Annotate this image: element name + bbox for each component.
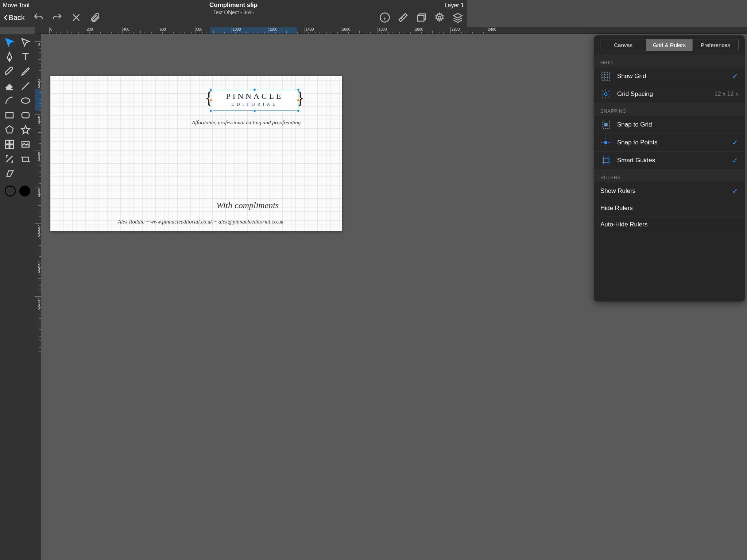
ruler-tick: 1200 — [268, 27, 277, 34]
move-tool[interactable] — [4, 37, 15, 48]
direct-select-tool[interactable] — [20, 37, 31, 48]
ruler-tick: 600 — [35, 151, 41, 160]
horizontal-ruler[interactable]: 0200400600800100012001400160018002000220… — [35, 27, 467, 34]
grid-tool[interactable] — [4, 139, 15, 150]
resize-handle[interactable] — [253, 109, 256, 113]
image-tool[interactable] — [20, 139, 31, 150]
ellipse-tool[interactable] — [20, 95, 31, 106]
rotate-handle[interactable] — [209, 98, 213, 102]
star-tool[interactable] — [20, 124, 31, 135]
resize-handle[interactable] — [209, 109, 213, 113]
svg-point-3 — [21, 98, 30, 104]
pen-tool[interactable] — [4, 51, 15, 62]
document-subtitle: Text Object - 36% — [209, 9, 258, 15]
ruler-tick: 2200 — [450, 27, 460, 34]
layer-name-label: Layer 1 — [445, 2, 464, 9]
eraser-tool[interactable] — [4, 81, 15, 92]
shear-tool[interactable] — [4, 168, 15, 179]
fill-color-swatch[interactable] — [19, 186, 30, 197]
compliments-text[interactable]: With compliments — [216, 201, 279, 210]
settings-button[interactable] — [434, 12, 445, 23]
svg-rect-9 — [10, 145, 13, 148]
svg-point-2 — [438, 16, 441, 19]
svg-rect-1 — [418, 15, 424, 21]
svg-rect-7 — [10, 140, 13, 144]
ruler-tick: 1000 — [232, 27, 241, 34]
resize-handle[interactable] — [209, 88, 213, 92]
crop-tool[interactable] — [20, 153, 31, 164]
arc-tool[interactable] — [4, 95, 15, 106]
layers-button[interactable] — [452, 12, 463, 23]
svg-rect-6 — [5, 140, 9, 144]
transform-tool[interactable] — [4, 153, 15, 164]
back-label: Back — [8, 13, 24, 22]
ruler-tick: 800 — [35, 187, 41, 197]
vertical-ruler[interactable]: 0200400600800100012001400 — [35, 34, 41, 350]
ruler-button[interactable] — [398, 12, 409, 23]
svg-rect-11 — [22, 157, 29, 162]
logo-text-line2: EDITORIAL — [211, 102, 298, 107]
ruler-tick: 1600 — [341, 27, 350, 34]
ruler-tick: 2000 — [414, 27, 423, 34]
undo-button[interactable] — [33, 12, 44, 23]
brush-tool[interactable] — [4, 66, 15, 77]
stroke-color-swatch[interactable] — [5, 186, 16, 197]
selected-text-object[interactable]: { } PINNACLE EDITORIAL — [211, 90, 298, 111]
rounded-rect-tool[interactable] — [20, 110, 31, 121]
chevron-left-icon — [4, 13, 8, 23]
canvas-viewport[interactable]: { } PINNACLE EDITORIAL Affordable, profe… — [41, 34, 467, 350]
ruler-tick: 200 — [35, 78, 41, 88]
line-tool[interactable] — [20, 81, 31, 92]
artboards-button[interactable] — [416, 12, 427, 23]
footer-text[interactable]: Alex Roddie ~ www.pinnacleeditorial.co.u… — [118, 219, 283, 225]
toolbox — [0, 34, 35, 350]
close-button[interactable] — [71, 12, 82, 23]
artboard[interactable]: { } PINNACLE EDITORIAL Affordable, profe… — [50, 76, 342, 231]
resize-handle[interactable] — [297, 88, 300, 92]
polygon-tool[interactable] — [4, 124, 15, 135]
resize-handle[interactable] — [253, 88, 256, 92]
attachment-button[interactable] — [90, 12, 101, 23]
back-button[interactable]: Back — [4, 13, 25, 23]
ruler-tick: 1400 — [305, 27, 314, 34]
ruler-tick: 400 — [35, 114, 41, 124]
svg-rect-4 — [6, 113, 13, 118]
top-bar: Move Tool Layer 1 Compliment slip Text O… — [0, 0, 467, 27]
svg-rect-8 — [5, 145, 9, 148]
document-title: Compliment slip — [209, 1, 258, 9]
text-tool[interactable] — [20, 51, 31, 62]
resize-handle[interactable] — [297, 109, 300, 113]
logo-text-line1: PINNACLE — [211, 90, 298, 101]
tagline-text[interactable]: Affordable, professional editing and pro… — [192, 120, 301, 126]
rotate-handle[interactable] — [297, 98, 300, 102]
pencil-tool[interactable] — [20, 66, 31, 77]
tool-name-label: Move Tool — [3, 2, 30, 9]
svg-rect-5 — [22, 113, 29, 118]
ruler-tick: 1800 — [378, 27, 387, 34]
info-button[interactable] — [379, 12, 390, 23]
redo-button[interactable] — [52, 12, 63, 23]
ruler-tick: 0 — [49, 27, 53, 34]
rectangle-tool[interactable] — [4, 110, 15, 121]
